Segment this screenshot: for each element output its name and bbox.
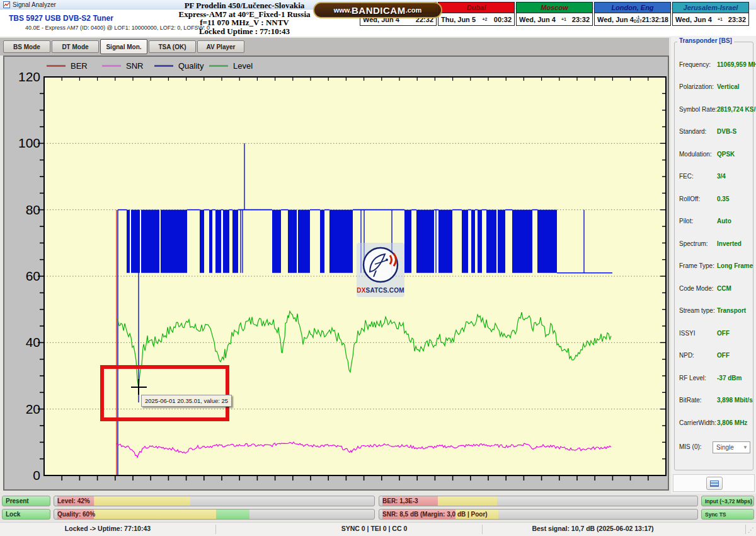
clock-header: Dubai	[438, 3, 514, 13]
clock-time: 23:32	[728, 16, 746, 23]
status-divider	[215, 525, 216, 534]
station-header-line1: PF Prodelin 450/Lučenec-Slovakia	[156, 1, 333, 10]
status-sync-ts-bar: Sync TS	[701, 509, 754, 520]
clock-time-row: Thu, Jun 5+200:32	[438, 13, 514, 25]
tab-signal-mon-[interactable]: Signal Mon.	[100, 39, 147, 54]
clock-utc-offset: +1	[712, 17, 728, 21]
meter-zone-yellow	[438, 496, 496, 506]
sidebar-button-panel	[673, 474, 755, 492]
transponder-row-value: Transport	[717, 307, 746, 314]
transponder-row-label: Frame Type:	[679, 262, 714, 269]
meter-zone-yellow	[94, 510, 216, 519]
status-section: SYNC 0 | TEI 0 | CC 0	[341, 525, 408, 532]
meter-zone-green	[216, 510, 249, 519]
dxsatcs-text: DXSATCS.COM	[357, 287, 404, 294]
clock-time: 00:32	[494, 16, 512, 23]
status-input-3-72-mbps--bar: Input (~3,72 Mbps)	[701, 496, 754, 506]
transponder-row-label: Code Mode:	[679, 285, 713, 292]
transponder-row-value: 0.35	[717, 195, 729, 202]
transponder-row-label: Stream type:	[679, 307, 715, 314]
bar-label: Quality: 60%	[57, 510, 95, 520]
status-divider	[745, 525, 746, 534]
clock-date: Wed, Jun 4	[519, 16, 556, 23]
clock-header: Moscow	[517, 3, 592, 13]
app-icon	[3, 1, 10, 8]
tab-tsa-ok-[interactable]: TSA (OK)	[149, 40, 196, 53]
clock-utc-offset: +1	[556, 17, 572, 21]
transponder-row-value: 3/4	[717, 173, 726, 180]
transponder-row-value: OFF	[717, 330, 730, 337]
transponder-row-label: Symbol Rate:	[679, 106, 717, 113]
bar-label: Present	[6, 496, 29, 506]
station-header-line3: f=11 070 MHz_V : NNTV	[156, 18, 333, 27]
clock-utc-offset: -1DST	[634, 16, 642, 23]
clock-time: 23:32	[572, 16, 590, 23]
transponder-row-value: 3,898 Mbit/s	[717, 397, 753, 404]
bar-label: BER: 1,3E-3	[382, 496, 418, 506]
clock-jerusalem-israel: Jerusalem-IsraelWed, Jun 4+123:32	[672, 2, 749, 26]
transponder-row-value: Vertical	[717, 83, 740, 90]
transponder-row-value: Inverted	[717, 240, 742, 247]
clock-utc-offset: +2	[476, 17, 494, 21]
transponder-sidebar: Transponder [BS] Frequency:11069,959 MHz…	[671, 36, 756, 494]
bar-label: SNR: 8,5 dB (Margin: 3,0 dB | Poor)	[382, 510, 488, 520]
clock-time-row: Wed, Jun 4-1DST21:32:18	[595, 13, 670, 25]
info-band: TBS 5927 USB DVB-S2 Tuner 40.0E - Expres…	[0, 9, 756, 37]
transponder-row-label: Modulation:	[679, 151, 712, 158]
mis-select[interactable]: Single▼	[713, 441, 750, 453]
clock-time-row: Wed, Jun 4+123:32	[673, 13, 748, 25]
satellite-dish-icon	[361, 245, 400, 284]
tab-bs-mode[interactable]: BS Mode	[3, 40, 50, 53]
watermark-www: www.	[334, 6, 352, 14]
meter-ber-bar: BER: 1,3E-3	[379, 496, 698, 506]
transponder-row-label: FEC:	[679, 173, 694, 180]
transponder-row-label: NPD:	[679, 352, 694, 359]
resize-grip-icon: ⋰	[748, 527, 754, 533]
status-section: Best signal: 10,7 dB (2025-06-02 13:17)	[532, 525, 653, 532]
transponder-row-label: RollOff:	[679, 195, 700, 202]
sidebar-tool-button[interactable]	[706, 477, 723, 490]
bar-label: Sync TS	[705, 510, 726, 520]
status-bar: ⋰ Locked -> Uptime: 77:10:43SYNC 0 | TEI…	[0, 522, 756, 536]
clock-moscow: MoscowWed, Jun 4+123:32	[516, 2, 593, 26]
mis-label: MIS (0):	[679, 443, 702, 450]
clock-header: London, Eng	[595, 3, 670, 13]
window-title: Signal Analyzer	[13, 1, 56, 8]
transponder-row-label: Standard:	[679, 128, 706, 135]
transponder-row-label: Polarization:	[679, 83, 714, 90]
meter-snr-bar: SNR: 8,5 dB (Margin: 3,0 dB | Poor)	[379, 509, 698, 520]
transponder-row-value: 11069,959 MHz	[717, 61, 756, 68]
station-header-line2: Express-AM7 at 40°E_Fixed-1 Russia	[156, 10, 333, 19]
meter-level-bar: Level: 42%	[54, 496, 375, 506]
tab-av-player[interactable]: AV Player	[197, 40, 244, 53]
cursor-cross-icon	[138, 379, 139, 395]
transponder-row-value: Long Frame	[717, 262, 753, 269]
tuner-name: TBS 5927 USB DVB-S2 Tuner	[9, 14, 113, 23]
signal-plot[interactable]	[26, 64, 669, 492]
transponder-row-value: Auto	[717, 218, 731, 224]
clock-time-row: Wed, Jun 4+123:32	[517, 13, 592, 25]
watermark-com: .com	[406, 6, 422, 14]
clock-date: Wed, Jun 4	[675, 16, 712, 23]
station-header: PF Prodelin 450/Lučenec-Slovakia Express…	[156, 1, 333, 35]
status-divider	[482, 525, 483, 534]
transponder-row-value: QPSK	[717, 151, 735, 158]
transponder-row-label: BitRate:	[679, 397, 702, 404]
transponder-row-value: -37 dBm	[717, 375, 742, 382]
status-section: Locked -> Uptime: 77:10:43	[65, 525, 151, 532]
transponder-row-label: RF Level:	[679, 375, 706, 382]
transponder-row-value: OFF	[717, 352, 730, 359]
watermark-brand: BANDICAM	[352, 5, 406, 16]
status-present-bar: Present	[2, 496, 50, 506]
signal-chart-panel: BERSNRQualityLevel 020406080100120 DXSAT…	[3, 55, 669, 491]
transponder-row-label: Spectrum:	[679, 240, 708, 247]
transponder-row-value: 3,806 MHz	[717, 419, 747, 426]
bar-label: Lock	[6, 510, 20, 520]
tab-dt-mode[interactable]: DT Mode	[52, 40, 99, 53]
transponder-row-value: DVB-S	[717, 128, 736, 135]
transponder-row-value: CCM	[717, 285, 731, 292]
status-lock-bar: Lock	[2, 509, 50, 520]
station-header-line4: Locked Uptime : 77:10:43	[156, 27, 333, 36]
clock-date: Thu, Jun 5	[441, 16, 476, 23]
mis-value: Single	[716, 444, 734, 451]
